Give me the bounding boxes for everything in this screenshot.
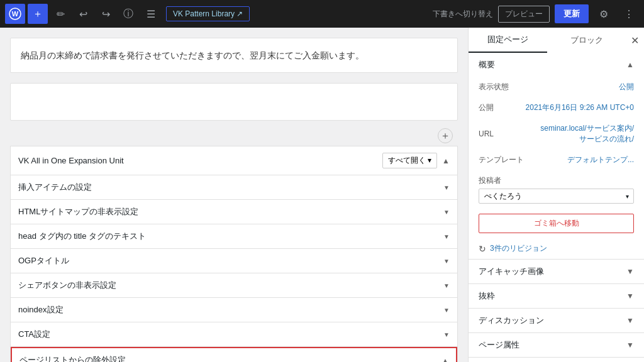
sidebar-url-row: URL seminar.local/サービス案内/サービスの流れ/ [469, 118, 644, 150]
sidebar-discussion-arrow: ▼ [626, 316, 634, 325]
sidebar-eyecatch-header[interactable]: アイキャッチ画像 ▼ [469, 260, 644, 283]
vk-section-collapse-arrow: ▲ [442, 156, 450, 165]
preview-button[interactable]: プレビュー [498, 6, 550, 23]
sidebar-settings-button[interactable]: ⚙ [594, 4, 614, 24]
accordion-label-page-list: ページリストからの除外設定 [19, 354, 126, 362]
sidebar-display-status-row: 表示状態 公開 [469, 77, 644, 97]
update-button[interactable]: 更新 [555, 4, 589, 23]
accordion-header-cta[interactable]: CTA設定 ▼ [11, 322, 457, 346]
save-draft-button[interactable]: 下書きへ切り替え [433, 9, 493, 19]
sidebar-discussion-header[interactable]: ディスカッション ▼ [469, 309, 644, 332]
sidebar-section-lightning: Lightning デザイン設定 ▲ レイアウト設定 2カラム 1カラム サイド… [469, 358, 644, 362]
undo-button[interactable]: ↩ [73, 4, 93, 24]
content-text-block[interactable]: 納品月の末締めで請求書を発行させていただきますので、翌月末にてご入金願います。 [10, 38, 458, 73]
accordion-item-head-title: head タグ内の title タグのテキスト ▼ [11, 224, 457, 249]
accordion-arrow-ogp: ▼ [443, 258, 450, 265]
sidebar-lightning-header[interactable]: Lightning デザイン設定 ▲ [469, 358, 644, 362]
sidebar-page-attr-arrow: ▼ [626, 341, 634, 349]
more-options-button[interactable]: ⋮ [619, 4, 639, 24]
accordion-header-ogp[interactable]: OGPタイトル ▼ [11, 249, 457, 273]
accordion-arrow-noindex: ▼ [443, 307, 450, 314]
content-paragraph: 納品月の末締めで請求書を発行させていただきますので、翌月末にてご入金願います。 [21, 48, 447, 62]
revisions-icon: ↻ [479, 244, 486, 254]
redo-button[interactable]: ↪ [96, 4, 116, 24]
accordion-header-head-title[interactable]: head タグ内の title タグのテキスト ▼ [11, 224, 457, 248]
right-sidebar: 固定ページ ブロック ✕ 概要 ▲ 表示状態 公開 公開 2021年6月16日 … [468, 28, 644, 362]
sidebar-page-attr-title: ページ属性 [479, 339, 519, 351]
accordion-arrow-insert: ▼ [443, 184, 450, 191]
edit-tool-button[interactable]: ✏ [50, 4, 70, 24]
sidebar-abstract-header[interactable]: 抜粋 ▼ [469, 284, 644, 308]
sidebar-url-value[interactable]: seminar.local/サービス案内/サービスの流れ/ [533, 123, 634, 145]
accordion-header-noindex[interactable]: noindex設定 ▼ [11, 298, 457, 322]
accordion-item-noindex: noindex設定 ▼ [11, 298, 457, 322]
accordion-label-ogp: OGPタイトル [18, 255, 69, 266]
wp-logo-icon[interactable]: W [5, 4, 25, 24]
accordion-header-html-sitemap[interactable]: HTMLサイトマップの非表示設定 ▼ [11, 200, 457, 224]
sidebar-section-summary: 概要 ▲ 表示状態 公開 公開 2021年6月16日 9:26 AM UTC+0… [469, 53, 644, 260]
sidebar-publish-value[interactable]: 2021年6月16日 9:26 AM UTC+0 [526, 102, 634, 113]
sidebar-publish-row: 公開 2021年6月16日 9:26 AM UTC+0 [469, 97, 644, 118]
sidebar-summary-title: 概要 [479, 59, 495, 70]
accordion-arrow-html-sitemap: ▼ [443, 209, 450, 216]
accordion-header-page-list[interactable]: ページリストからの除外設定 ▲ [12, 348, 456, 362]
tab-block[interactable]: ブロック [547, 28, 626, 52]
tools-button[interactable]: ☰ [141, 4, 161, 24]
editor-area: 納品月の末締めで請求書を発行させていただきますので、翌月末にてご入金願います。 … [0, 28, 468, 362]
sidebar-tabs-row: 固定ページ ブロック ✕ [469, 28, 644, 53]
accordion-header-share[interactable]: シェアボタンの非表示設定 ▼ [11, 273, 457, 297]
empty-block[interactable] [10, 83, 458, 121]
accordion-arrow-page-list: ▲ [442, 357, 448, 362]
add-block-toolbar-button[interactable]: ＋ [28, 4, 48, 24]
main-layout: 納品月の末締めで請求書を発行させていただきますので、翌月末にてご入金願います。 … [0, 28, 644, 362]
sidebar-author-select[interactable]: ぺくたろう [479, 189, 634, 204]
accordion-arrow-share: ▼ [443, 282, 450, 289]
trash-button[interactable]: ゴミ箱へ移動 [479, 214, 634, 233]
vk-section-header[interactable]: VK All in One Expansion Unit すべて開く ▾ ▲ [11, 146, 457, 175]
add-block-row: ＋ [10, 126, 458, 146]
sidebar-revisions-row: ↻ 3件のリビジョン [469, 238, 644, 259]
sidebar-page-attr-header[interactable]: ページ属性 ▼ [469, 333, 644, 357]
accordion-list: 挿入アイテムの設定 ▼ HTMLサイトマップの非表示設定 ▼ head タグ内の… [11, 175, 457, 362]
sidebar-eyecatch-title: アイキャッチ画像 [479, 266, 544, 277]
sidebar-close-button[interactable]: ✕ [626, 30, 644, 52]
expand-all-button[interactable]: すべて開く ▾ [382, 153, 437, 168]
sidebar-revisions-value[interactable]: 3件のリビジョン [490, 243, 547, 254]
info-button[interactable]: ⓘ [118, 4, 138, 24]
accordion-label-share: シェアボタンの非表示設定 [18, 280, 116, 291]
accordion-item-html-sitemap: HTMLサイトマップの非表示設定 ▼ [11, 200, 457, 224]
accordion-label-html-sitemap: HTMLサイトマップの非表示設定 [18, 206, 138, 217]
sidebar-author-label: 投稿者 [479, 175, 501, 186]
top-toolbar: W ＋ ✏ ↩ ↪ ⓘ ☰ VK Pattern Library ↗ 下書きへ切… [0, 0, 644, 28]
sidebar-eyecatch-arrow: ▼ [626, 267, 634, 276]
accordion-arrow-cta: ▼ [443, 331, 450, 338]
sidebar-abstract-arrow: ▼ [626, 292, 634, 300]
sidebar-display-status-value[interactable]: 公開 [619, 82, 634, 92]
sidebar-url-label: URL [479, 129, 494, 138]
accordion-arrow-head-title: ▼ [443, 233, 450, 240]
vk-pattern-library-button[interactable]: VK Pattern Library ↗ [166, 6, 250, 21]
vk-all-in-one-section: VK All in One Expansion Unit すべて開く ▾ ▲ 挿… [10, 146, 458, 362]
sidebar-publish-label: 公開 [479, 102, 494, 113]
sidebar-display-status-label: 表示状態 [479, 82, 509, 92]
accordion-label-cta: CTA設定 [18, 329, 50, 340]
toolbar-right-actions: 下書きへ切り替え プレビュー 更新 ⚙ ⋮ [433, 4, 639, 24]
accordion-item-share: シェアボタンの非表示設定 ▼ [11, 273, 457, 298]
sidebar-template-value[interactable]: デフォルトテンプ... [567, 155, 634, 165]
add-block-button[interactable]: ＋ [438, 128, 453, 143]
accordion-item-cta: CTA設定 ▼ [11, 322, 457, 347]
accordion-item-page-list: ページリストからの除外設定 ▲ ページリスト（wp_list_pages）の表示… [11, 347, 457, 362]
sidebar-template-label: テンプレート [479, 155, 524, 165]
sidebar-abstract-title: 抜粋 [479, 290, 495, 302]
accordion-label-noindex: noindex設定 [18, 304, 64, 315]
sidebar-summary-header[interactable]: 概要 ▲ [469, 53, 644, 77]
tab-fixed-page[interactable]: 固定ページ [469, 28, 547, 53]
accordion-header-insert[interactable]: 挿入アイテムの設定 ▼ [11, 175, 457, 199]
sidebar-summary-arrow: ▲ [626, 60, 634, 69]
sidebar-section-eyecatch: アイキャッチ画像 ▼ [469, 260, 644, 284]
sidebar-template-row: テンプレート デフォルトテンプ... [469, 150, 644, 170]
accordion-item-insert: 挿入アイテムの設定 ▼ [11, 175, 457, 200]
sidebar-section-discussion: ディスカッション ▼ [469, 309, 644, 333]
sidebar-section-page-attr: ページ属性 ▼ [469, 333, 644, 358]
accordion-label-insert: 挿入アイテムの設定 [18, 182, 92, 193]
